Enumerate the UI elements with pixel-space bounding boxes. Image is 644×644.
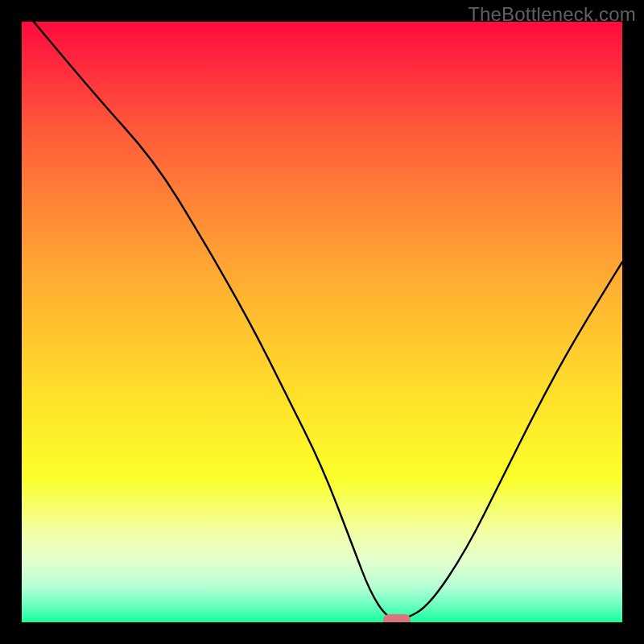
optimal-point-marker: [383, 614, 411, 622]
chart-frame: TheBottleneck.com: [0, 0, 644, 644]
plot-area: [22, 22, 622, 622]
bottleneck-curve: [22, 22, 622, 622]
watermark-text: TheBottleneck.com: [468, 3, 636, 26]
